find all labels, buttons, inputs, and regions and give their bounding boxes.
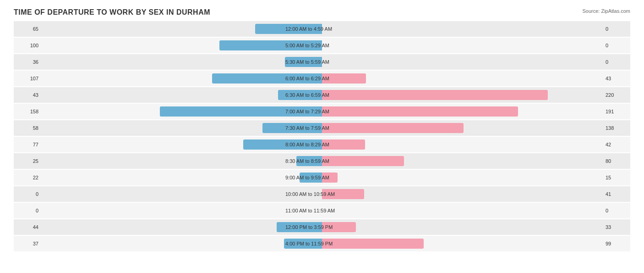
- left-value: 58: [14, 125, 41, 131]
- left-value: 0: [14, 191, 41, 197]
- bar-left-wrap: [65, 73, 322, 84]
- bar-male: [277, 222, 322, 232]
- left-value: 22: [14, 175, 41, 180]
- left-value: 0: [14, 208, 41, 213]
- table-row: 0 10:00 AM to 10:59 AM 41: [14, 186, 630, 202]
- table-row: 65 12:00 AM to 4:59 AM 0: [14, 21, 630, 37]
- bar-male: [278, 90, 322, 100]
- bar-female: [322, 123, 464, 133]
- bar-right-wrap: [322, 239, 579, 249]
- bar-left-wrap: [65, 106, 322, 117]
- left-value: 65: [14, 26, 41, 32]
- bar-center: 6:00 AM to 6:29 AM: [41, 71, 603, 86]
- bar-right-wrap: [322, 57, 579, 67]
- bar-male: [243, 139, 322, 150]
- table-row: 25 8:30 AM to 8:59 AM 80: [14, 153, 630, 169]
- left-value: 158: [14, 109, 41, 114]
- bar-female: [322, 73, 366, 84]
- table-row: 22 9:00 AM to 9:59 AM 15: [14, 170, 630, 185]
- bar-right-wrap: [322, 73, 579, 84]
- bar-center: 8:30 AM to 8:59 AM: [41, 153, 603, 169]
- bar-female: [322, 139, 365, 150]
- left-value: 44: [14, 224, 41, 230]
- table-row: 100 5:00 AM to 5:29 AM 0: [14, 38, 630, 53]
- bar-left-wrap: [65, 24, 322, 34]
- right-value: 41: [603, 191, 630, 197]
- bar-right-wrap: [322, 123, 579, 133]
- bar-male: [300, 173, 322, 183]
- table-row: 158 7:00 AM to 7:29 AM 191: [14, 104, 630, 119]
- bar-female: [322, 173, 338, 183]
- table-row: 58 7:30 AM to 7:59 AM 138: [14, 120, 630, 136]
- bar-center: 9:00 AM to 9:59 AM: [41, 170, 603, 185]
- chart-container: TIME OF DEPARTURE TO WORK BY SEX IN DURH…: [0, 0, 644, 273]
- bar-female: [322, 106, 518, 117]
- right-value: 0: [603, 43, 630, 48]
- left-value: 43: [14, 92, 41, 98]
- right-value: 80: [603, 158, 630, 164]
- bar-left-wrap: [65, 222, 322, 232]
- bar-male: [160, 106, 322, 117]
- table-row: 36 5:30 AM to 5:59 AM 0: [14, 54, 630, 70]
- right-value: 138: [603, 125, 630, 131]
- table-row: 44 12:00 PM to 3:59 PM 33: [14, 219, 630, 235]
- bar-center: 12:00 PM to 3:59 PM: [41, 219, 603, 235]
- bar-female: [322, 222, 356, 232]
- bar-right-wrap: [322, 189, 579, 199]
- right-value: 15: [603, 175, 630, 180]
- bar-female: [322, 189, 364, 199]
- bar-right-wrap: [322, 106, 579, 117]
- bar-female: [322, 239, 424, 249]
- bar-center: 7:00 AM to 7:29 AM: [41, 104, 603, 119]
- bar-right-wrap: [322, 90, 579, 100]
- bar-male: [285, 57, 322, 67]
- bar-center: 11:00 AM to 11:59 AM: [41, 203, 603, 218]
- right-value: 220: [603, 92, 630, 98]
- left-value: 37: [14, 241, 41, 246]
- bar-center: 12:00 AM to 4:59 AM: [41, 21, 603, 37]
- bar-male: [219, 40, 322, 50]
- bar-center: 5:30 AM to 5:59 AM: [41, 54, 603, 70]
- right-value: 0: [603, 208, 630, 213]
- right-value: 191: [603, 109, 630, 114]
- bar-center: 4:00 PM to 11:59 PM: [41, 236, 603, 251]
- left-value: 25: [14, 158, 41, 164]
- table-row: 37 4:00 PM to 11:59 PM 99: [14, 236, 630, 251]
- table-row: 77 8:00 AM to 8:29 AM 42: [14, 137, 630, 152]
- bar-left-wrap: [65, 123, 322, 133]
- bar-center: 10:00 AM to 10:59 AM: [41, 186, 603, 202]
- bar-male: [284, 239, 322, 249]
- bar-male: [255, 24, 322, 34]
- bar-left-wrap: [65, 40, 322, 50]
- right-value: 99: [603, 241, 630, 246]
- source-text: Source: ZipAtlas.com: [582, 8, 630, 14]
- bar-right-wrap: [322, 40, 579, 50]
- left-value: 36: [14, 59, 41, 65]
- bar-left-wrap: [65, 139, 322, 150]
- left-value: 107: [14, 76, 41, 81]
- bar-center: 8:00 AM to 8:29 AM: [41, 137, 603, 152]
- table-row: 107 6:00 AM to 6:29 AM 43: [14, 71, 630, 86]
- bar-right-wrap: [322, 173, 579, 183]
- bar-left-wrap: [65, 189, 322, 199]
- bar-right-wrap: [322, 139, 579, 150]
- bar-right-wrap: [322, 24, 579, 34]
- right-value: 0: [603, 59, 630, 65]
- right-value: 43: [603, 76, 630, 81]
- bar-center: 5:00 AM to 5:29 AM: [41, 38, 603, 53]
- bar-right-wrap: [322, 222, 579, 232]
- table-row: 0 11:00 AM to 11:59 AM 0: [14, 203, 630, 218]
- bar-left-wrap: [65, 57, 322, 67]
- left-value: 100: [14, 43, 41, 48]
- bar-left-wrap: [65, 173, 322, 183]
- bar-male: [296, 156, 322, 166]
- bar-male: [212, 73, 322, 84]
- bar-male: [262, 123, 322, 133]
- bar-left-wrap: [65, 156, 322, 166]
- right-value: 33: [603, 224, 630, 230]
- bar-right-wrap: [322, 206, 579, 216]
- right-value: 42: [603, 142, 630, 147]
- chart-area: 65 12:00 AM to 4:59 AM 0 100 5:00 AM to …: [14, 21, 630, 235]
- bar-left-wrap: [65, 239, 322, 249]
- bar-center: 6:30 AM to 6:59 AM: [41, 87, 603, 103]
